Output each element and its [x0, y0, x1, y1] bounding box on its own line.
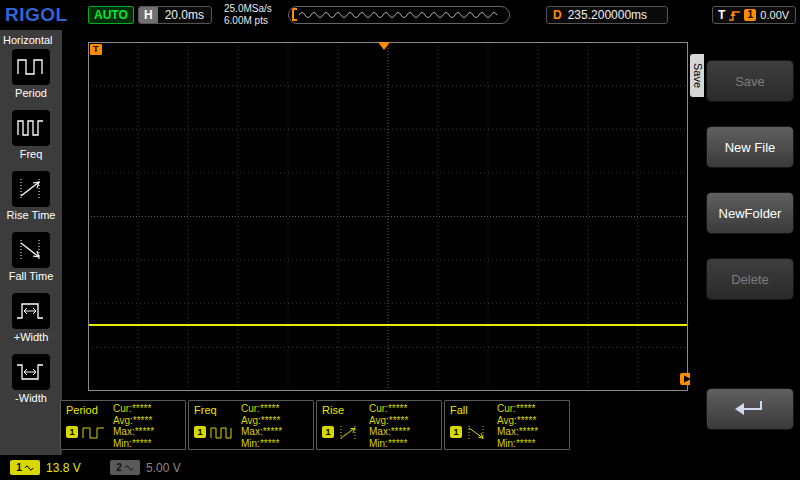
measurement-min: Min:***** [369, 438, 410, 450]
return-button[interactable] [706, 388, 794, 430]
measurement-avg: Avg:***** [113, 415, 154, 427]
source-channel-badge: 1 [450, 426, 462, 438]
fall-time-icon [16, 238, 46, 262]
period-icon [82, 425, 108, 441]
trigger-flag: T [90, 44, 102, 55]
save-button[interactable]: Save [706, 60, 794, 102]
trigger-badge: T 1 0.00V [712, 6, 796, 24]
measurement-cur: Cur:***** [497, 403, 538, 415]
measure-item-fall-time[interactable]: Fall Time [0, 232, 62, 282]
measurement-readouts: Period 1 Cur:***** Avg:***** Max:***** M… [60, 400, 570, 450]
rise-time-icon [338, 425, 364, 441]
preview-waveform-icon [289, 7, 509, 23]
channel-scale: 13.8 V [46, 461, 81, 475]
measurement-name: Freq [194, 404, 217, 416]
measure-item-freq[interactable]: Freq [0, 110, 62, 160]
trigger-label: T [718, 8, 725, 22]
measure-item-plus-width[interactable]: +Width [0, 293, 62, 343]
measure-item-label: Freq [20, 148, 43, 160]
graticule: T [88, 42, 688, 391]
rise-time-icon [16, 177, 46, 201]
measure-item-rise-time[interactable]: Rise Time [0, 171, 62, 221]
timebase-value: 20.0ms [158, 8, 211, 22]
source-channel-badge: 1 [322, 426, 334, 438]
fall-time-icon [466, 425, 492, 441]
trigger-slope-icon [728, 9, 741, 22]
delete-button[interactable]: Delete [706, 258, 794, 300]
delay-label: D [547, 8, 568, 22]
channel-status-bar: 1 13.8 V 2 5.00 V [0, 455, 800, 480]
minus-width-icon [16, 360, 46, 384]
new-folder-button[interactable]: NewFolder [706, 192, 794, 234]
measurement-name: Period [66, 404, 98, 416]
measurement-min: Min:***** [241, 438, 282, 450]
measurement-max: Max:***** [497, 426, 538, 438]
measurement-avg: Avg:***** [497, 415, 538, 427]
freq-icon [16, 116, 46, 140]
trigger-level-value: 0.00V [760, 9, 789, 21]
measurement-name: Rise [322, 404, 344, 416]
sample-rate: 25.0MSa/s [224, 3, 272, 15]
channel-2-badge[interactable]: 2 5.00 V [104, 458, 187, 477]
delay-value: 235.200000ms [568, 8, 647, 22]
source-channel-badge: 1 [194, 426, 206, 438]
measurement-panel-rise: Rise 1 Cur:***** Avg:***** Max:***** Min… [316, 400, 442, 450]
channel-1-badge[interactable]: 1 13.8 V [4, 458, 87, 477]
source-channel-badge: 1 [66, 426, 78, 438]
measurement-cur: Cur:***** [113, 403, 154, 415]
measurement-cur: Cur:***** [369, 403, 410, 415]
measurement-panel-period: Period 1 Cur:***** Avg:***** Max:***** M… [60, 400, 186, 450]
memory-waveform-preview [288, 6, 510, 24]
measure-item-period[interactable]: Period [0, 49, 62, 99]
coupling-wave-icon [124, 464, 134, 472]
trigger-position-marker[interactable] [378, 42, 390, 50]
measurement-avg: Avg:***** [369, 415, 410, 427]
measure-menu: Horizontal Period Freq [0, 30, 62, 456]
preview-window-bracket-icon [293, 9, 297, 20]
delay-badge: D 235.200000ms [546, 6, 668, 24]
measure-item-label: +Width [14, 331, 49, 343]
measure-item-label: Period [15, 87, 47, 99]
measurement-max: Max:***** [113, 426, 154, 438]
measure-item-label: Fall Time [9, 270, 54, 282]
measure-item-label: -Width [15, 392, 47, 404]
plus-width-icon [16, 299, 46, 323]
return-arrow-icon [733, 398, 767, 420]
run-state-badge: AUTO [88, 6, 134, 24]
new-file-button[interactable]: New File [706, 126, 794, 168]
measurement-min: Min:***** [113, 438, 154, 450]
memory-depth: 6.00M pts [224, 15, 272, 27]
acquisition-info: 25.0MSa/s 6.00M pts [224, 3, 272, 27]
grid [88, 42, 688, 391]
rigol-logo: RIGOL [5, 4, 68, 26]
measurement-max: Max:***** [369, 426, 410, 438]
ch1-trace [89, 324, 687, 326]
measure-item-label: Rise Time [7, 209, 56, 221]
period-icon [16, 55, 46, 79]
measurement-avg: Avg:***** [241, 415, 282, 427]
coupling-wave-icon [24, 464, 34, 472]
h-label: H [139, 7, 158, 23]
measurement-min: Min:***** [497, 438, 538, 450]
measure-item-minus-width[interactable]: -Width [0, 354, 62, 404]
top-status-bar: RIGOL AUTO H 20.0ms 25.0MSa/s 6.00M pts … [0, 0, 800, 30]
freq-icon [210, 425, 236, 441]
softkey-menu: Save Save New File NewFolder Delete [690, 30, 800, 480]
trigger-source-badge: 1 [744, 9, 756, 21]
measurement-name: Fall [450, 404, 468, 416]
measure-menu-title: Horizontal [0, 30, 62, 49]
measurement-panel-fall: Fall 1 Cur:***** Avg:***** Max:***** Min… [444, 400, 570, 450]
channel-number: 1 [16, 462, 22, 473]
measurement-cur: Cur:***** [241, 403, 282, 415]
horizontal-timebase-badge: H 20.0ms [138, 6, 212, 24]
channel-scale: 5.00 V [146, 461, 181, 475]
measurement-panel-freq: Freq 1 Cur:***** Avg:***** Max:***** Min… [188, 400, 314, 450]
menu-tab-title: Save [690, 54, 704, 97]
channel-number: 2 [116, 462, 122, 473]
measurement-max: Max:***** [241, 426, 282, 438]
